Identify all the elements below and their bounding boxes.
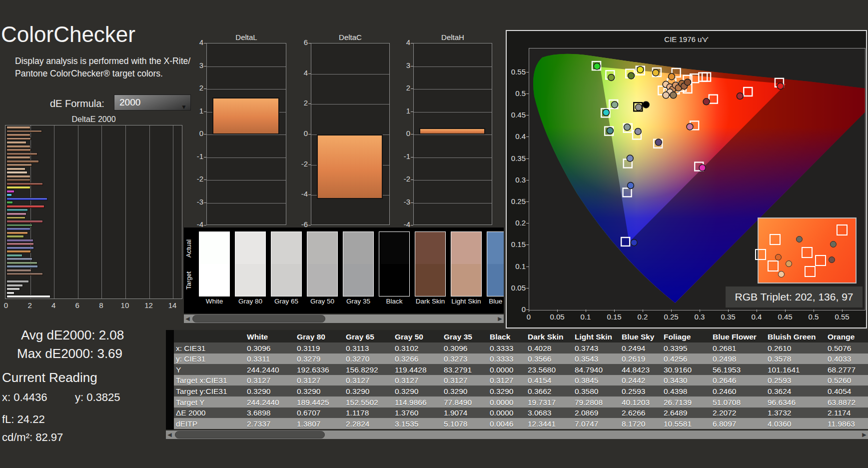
cie-chart-title: CIE 1976 u'v' (507, 35, 866, 44)
mini-y-tick-label: 6 (292, 38, 308, 46)
deltae-bar (6, 148, 31, 152)
scroll-left-icon[interactable]: ◀ (184, 314, 191, 323)
table-cell: 63.8872 (826, 396, 867, 408)
cie-y-tick-label: 0.1 (507, 262, 526, 270)
table-cell: 40.1203 (620, 396, 662, 408)
table-cell: 0.3290 (393, 386, 442, 396)
table-cell: 0.6707 (295, 408, 344, 418)
table-cell: 0.3102 (393, 342, 442, 354)
deltae-x-tick-label: 4 (48, 301, 58, 310)
swatch-label: Blue Sky (482, 298, 504, 305)
mini-tick-mark (204, 43, 206, 44)
mini-gridline (207, 158, 286, 158)
swatch-scrollbar-thumb[interactable] (192, 315, 325, 322)
deltae-bar (6, 228, 30, 230)
deltae-bar (6, 145, 30, 148)
deltae-bar (6, 156, 30, 159)
swatch-label: Light Skin (446, 298, 486, 305)
scroll-left-icon[interactable]: ◀ (166, 430, 173, 439)
swatch-label: Gray 80 (230, 298, 270, 305)
cie-measured-point (628, 72, 635, 79)
swatch-scrollbar[interactable]: ◀ ▶ (184, 314, 504, 323)
deltae-x-tick-label: 10 (120, 301, 130, 310)
mini-chart-bar (317, 134, 383, 199)
table-row: Target x:CIE310.31270.31270.31270.31270.… (166, 375, 868, 386)
deltae-bar (6, 198, 47, 200)
swatch-black (379, 232, 410, 296)
table-cell: 0.3119 (295, 342, 344, 354)
table-cell: 0.3395 (662, 342, 711, 354)
table-row: Target y:CIE310.32900.32900.32900.32900.… (166, 386, 868, 396)
table-row-label: Y (166, 364, 245, 375)
deltae-bar (6, 134, 30, 136)
inset-measured-point (786, 260, 792, 267)
cie-measured-point (777, 83, 784, 90)
swatch-blue-sky (487, 232, 504, 296)
cie-y-tick-label: 0.5 (507, 89, 526, 98)
table-scrollbar-thumb[interactable] (175, 431, 325, 438)
deltae-x-tick-label: 14 (167, 301, 177, 310)
deltae-x-tick-label: 8 (96, 301, 106, 310)
cie-x-tick-label: 0 (519, 312, 539, 321)
table-cell: 2.0869 (573, 408, 620, 418)
mini-chart-deltac (311, 43, 390, 225)
table-cell: 30.9160 (662, 364, 711, 375)
table-cell: 3.6898 (245, 408, 295, 418)
inset-measured-point (796, 236, 803, 242)
mini-tick-mark (308, 194, 311, 195)
cie-tick-mark (614, 310, 615, 312)
cie-measured-point (637, 66, 644, 73)
cie-tick-mark (728, 310, 729, 312)
table-cell: 0.2619 (620, 354, 662, 364)
mini-gridline (414, 180, 492, 180)
table-row-label: Target x:CIE31 (166, 375, 245, 386)
mini-tick-mark (204, 112, 206, 112)
deltae-bar (6, 224, 32, 227)
table-cell: 77.8490 (442, 396, 488, 408)
cie-inset-magnifier (758, 218, 857, 284)
deltae-bar (6, 208, 28, 212)
cie-tick-mark (529, 310, 529, 312)
mini-tick-mark (308, 104, 311, 104)
mini-chart-title-deltal: DeltaL (206, 33, 286, 42)
scroll-right-icon[interactable]: ▶ (861, 430, 868, 439)
table-cell: 0.3290 (344, 386, 393, 396)
deltae-bar (6, 201, 13, 204)
table-cell: 1.3760 (393, 408, 442, 418)
table-cell: 192.6336 (295, 364, 344, 375)
table-cell: 0.2460 (711, 386, 766, 396)
deltae-bar (6, 175, 30, 178)
inset-measured-point (829, 256, 835, 263)
table-header-cell: Gray 35 (442, 330, 488, 342)
de-formula-select[interactable]: 2000 ▼ (114, 94, 191, 110)
table-header-cell: Light Skin (573, 330, 620, 342)
deltae-bar (6, 160, 39, 163)
cie-tick-mark (526, 310, 529, 310)
cie-y-tick-label: 0.4 (507, 132, 526, 140)
cie-tick-mark (526, 202, 529, 202)
mini-gridline (311, 104, 389, 104)
cie-x-tick-label: 0.15 (604, 312, 624, 321)
table-cell: 23.5680 (526, 364, 573, 375)
table-cell: 0.4398 (662, 386, 711, 396)
cie-y-tick-label: 0.05 (507, 284, 526, 292)
table-cell: 6.8097 (711, 418, 766, 429)
deltae-bar (6, 152, 37, 156)
deltae-bar (6, 292, 14, 294)
cie-y-tick-label: 0.45 (507, 110, 526, 119)
table-row: Target Y244.2440189.4425152.5502114.9866… (166, 396, 868, 408)
deltae-gridline (125, 126, 126, 298)
table-cell: 0.3333 (488, 342, 526, 354)
scroll-right-icon[interactable]: ▶ (496, 314, 504, 323)
mini-y-tick-label: -1 (394, 152, 410, 160)
cie-y-tick-label: 0.35 (507, 154, 526, 162)
mini-tick-mark (308, 225, 311, 226)
table-cell: 0.3624 (766, 386, 826, 396)
table-header-cell: White (245, 330, 295, 342)
table-scrollbar[interactable]: ◀ ▶ (166, 430, 868, 439)
description-line2: Pantone ColorChecker® target colors. (15, 68, 163, 79)
cie-y-tick-label: 0.15 (507, 240, 526, 248)
table-cell: 0.3279 (295, 354, 344, 364)
mini-gridline (414, 203, 492, 204)
cie-tick-mark (757, 310, 757, 312)
